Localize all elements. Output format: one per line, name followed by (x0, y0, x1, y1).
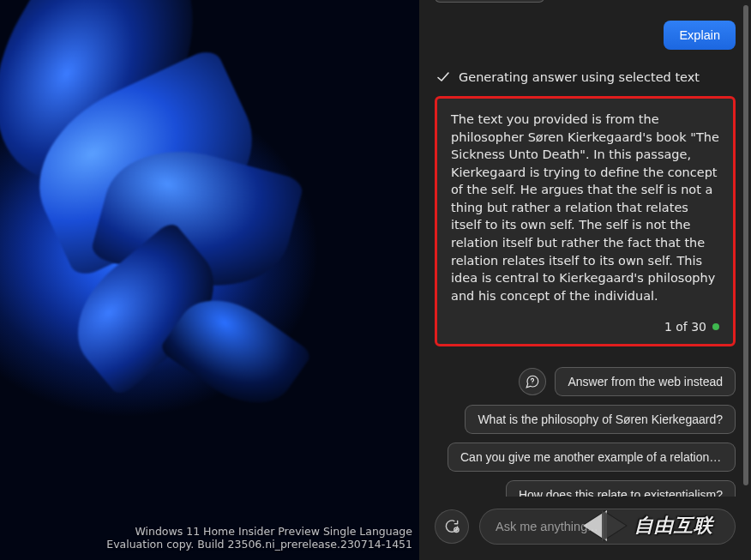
status-text: Generating answer using selected text (459, 70, 700, 84)
response-counter: 1 of 30 (451, 304, 719, 334)
answer-text: The text you provided is from the philos… (451, 111, 719, 304)
suggestion-existentialism[interactable]: How does this relate to existentialism? (506, 480, 736, 497)
chat-scroll-area[interactable]: Explain Generating answer using selected… (419, 0, 751, 497)
scrollbar[interactable] (743, 5, 748, 485)
status-row: Generating answer using selected text (435, 58, 736, 93)
watermark-line-2: Evaluation copy. Build 23506.ni_prerelea… (106, 538, 412, 551)
svg-point-0 (532, 383, 533, 384)
suggestion-example-relation[interactable]: Can you give me another example of a rel… (448, 443, 736, 472)
counter-label: 1 of 30 (664, 320, 706, 334)
ask-input[interactable] (479, 509, 736, 545)
checkmark-icon (436, 70, 450, 84)
previous-message-peek (435, 0, 544, 3)
explain-button[interactable]: Explain (664, 21, 736, 50)
status-dot-icon (712, 323, 719, 330)
answer-card: The text you provided is from the philos… (435, 96, 736, 346)
input-bar (419, 497, 751, 560)
desktop-watermark: Windows 11 Home Insider Preview Single L… (106, 525, 412, 551)
suggestion-answer-from-web[interactable]: Answer from the web instead (555, 367, 736, 396)
new-topic-button[interactable] (435, 509, 469, 544)
suggestion-list: Answer from the web instead What is the … (435, 346, 736, 497)
question-icon (519, 368, 546, 395)
copilot-panel: Explain Generating answer using selected… (419, 0, 751, 560)
suggestion-philosophy[interactable]: What is the philosophy of Søren Kierkega… (465, 405, 736, 434)
watermark-line-1: Windows 11 Home Insider Preview Single L… (106, 525, 412, 539)
desktop-wallpaper: Windows 11 Home Insider Preview Single L… (0, 0, 419, 560)
